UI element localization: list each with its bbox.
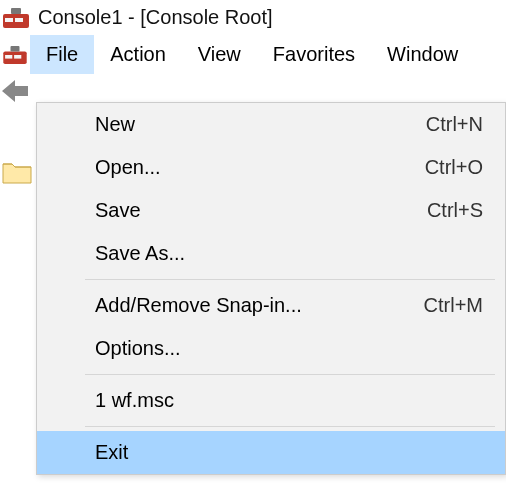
- menu-item-recent-1[interactable]: 1 wf.msc: [37, 379, 505, 422]
- window-title: Console1 - [Console Root]: [38, 6, 273, 29]
- menu-separator: [85, 279, 495, 280]
- menu-item-add-remove-snapin[interactable]: Add/Remove Snap-in... Ctrl+M: [37, 284, 505, 327]
- menu-item-shortcut: Ctrl+M: [424, 294, 483, 317]
- file-menu-dropdown: New Ctrl+N Open... Ctrl+O Save Ctrl+S Sa…: [36, 102, 506, 475]
- svg-rect-6: [5, 55, 12, 59]
- menu-window[interactable]: Window: [371, 35, 474, 74]
- menu-item-label: Save: [95, 199, 141, 222]
- menu-item-options[interactable]: Options...: [37, 327, 505, 370]
- menu-item-shortcut: Ctrl+O: [425, 156, 483, 179]
- menu-separator: [85, 374, 495, 375]
- menu-item-save-as[interactable]: Save As...: [37, 232, 505, 275]
- menu-view[interactable]: View: [182, 35, 257, 74]
- back-arrow-icon[interactable]: [0, 74, 30, 108]
- menu-file[interactable]: File: [30, 35, 94, 74]
- menu-bar: File Action View Favorites Window: [0, 35, 506, 74]
- menu-item-label: Exit: [95, 441, 128, 464]
- svg-rect-2: [5, 18, 13, 22]
- menu-item-label: New: [95, 113, 135, 136]
- menu-item-label: Open...: [95, 156, 161, 179]
- svg-rect-5: [11, 46, 20, 51]
- menu-favorites[interactable]: Favorites: [257, 35, 371, 74]
- menu-item-label: Add/Remove Snap-in...: [95, 294, 302, 317]
- folder-icon[interactable]: [2, 160, 32, 189]
- menu-action[interactable]: Action: [94, 35, 182, 74]
- title-bar: Console1 - [Console Root]: [0, 0, 506, 35]
- menu-item-shortcut: Ctrl+S: [427, 199, 483, 222]
- menu-item-new[interactable]: New Ctrl+N: [37, 103, 505, 146]
- svg-marker-8: [2, 80, 28, 102]
- menu-item-open[interactable]: Open... Ctrl+O: [37, 146, 505, 189]
- menu-item-label: Save As...: [95, 242, 185, 265]
- menu-item-label: Options...: [95, 337, 181, 360]
- menu-item-exit[interactable]: Exit: [37, 431, 505, 474]
- menu-item-shortcut: Ctrl+N: [426, 113, 483, 136]
- menu-separator: [85, 426, 495, 427]
- menubar-items: File Action View Favorites Window: [30, 35, 474, 74]
- mmc-icon-small: [0, 42, 30, 68]
- menu-item-save[interactable]: Save Ctrl+S: [37, 189, 505, 232]
- app-icon: [2, 7, 30, 29]
- svg-rect-1: [11, 8, 21, 14]
- menu-item-label: 1 wf.msc: [95, 389, 174, 412]
- svg-rect-7: [14, 55, 21, 59]
- svg-rect-3: [15, 18, 23, 22]
